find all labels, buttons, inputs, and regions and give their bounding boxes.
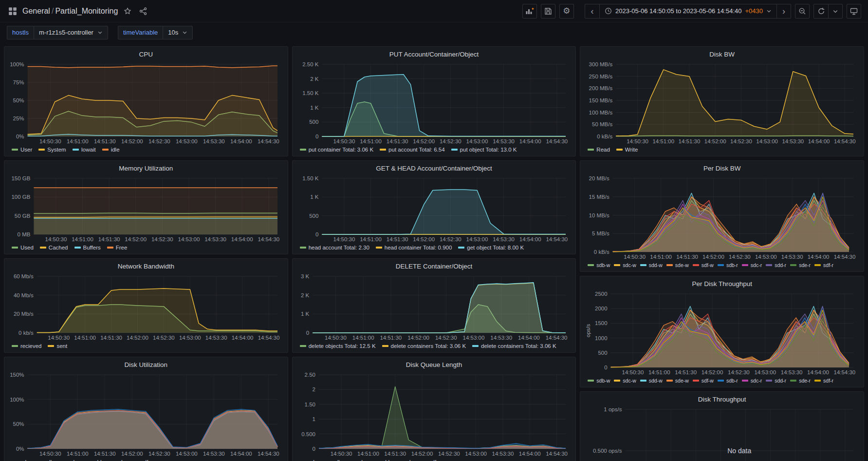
time-shift-forward-button[interactable]: › xyxy=(776,4,791,19)
refresh-interval-dropdown[interactable] xyxy=(828,4,843,19)
legend-item-sdd[interactable]: sdd xyxy=(84,459,102,461)
panel-title-memory-utilization[interactable]: Memory Utilization xyxy=(9,163,283,174)
chart-get-head-account-container-object[interactable]: 05001 K1.50 K14:50:3014:51:0014:51:3014:… xyxy=(297,174,572,243)
panel-title-get-head-account-container-object[interactable]: GET & HEAD Account/Container/Object xyxy=(297,163,572,174)
legend-item-sdd-r[interactable]: sdd-r xyxy=(766,262,786,268)
panel-title-delete-container-object[interactable]: DELETE Container/Object xyxy=(297,261,572,272)
breadcrumb-dashboard[interactable]: Partial_Monitoring xyxy=(55,7,118,16)
chart-delete-container-object[interactable]: 01 K2 K3 K14:50:3014:51:0014:51:3014:52:… xyxy=(297,272,572,342)
legend-item-write[interactable]: Write xyxy=(616,147,638,153)
legend-item-recieved[interactable]: recieved xyxy=(12,343,41,349)
variable-hostls-dropdown[interactable]: m-r1z1s5-controller xyxy=(34,26,108,39)
legend-item-delete-objects[interactable]: delete objects Total: 12.5 K xyxy=(300,343,376,349)
legend-item-sde-r[interactable]: sde-r xyxy=(790,262,811,268)
panel-title-disk-queue-length[interactable]: Disk Queue Length xyxy=(297,360,572,370)
legend-item-sdc[interactable]: sdc xyxy=(348,459,366,461)
panel-title-network-bandwidth[interactable]: Network Bandwidth xyxy=(9,261,283,272)
panel-title-per-disk-bw[interactable]: Per Disk BW xyxy=(585,163,859,174)
legend-item-sda[interactable]: sda xyxy=(12,459,30,461)
legend-item-sdf-w[interactable]: sdf-w xyxy=(693,262,714,268)
legend-item-put-object[interactable]: put object Total: 13.0 K xyxy=(451,147,517,153)
legend-item-sdf[interactable]: sdf xyxy=(132,459,148,461)
legend-item-put-account[interactable]: put account Total: 6.54 xyxy=(380,147,445,153)
legend-item-buffers[interactable]: Buffers xyxy=(74,245,101,250)
panel-title-disk-utilization[interactable]: Disk Utilization xyxy=(9,360,283,370)
refresh-dashboard-button[interactable] xyxy=(813,4,828,19)
legend-item-sdc-r[interactable]: sdc-r xyxy=(742,262,762,268)
legend-cpu: UserSystemIowaitidle xyxy=(9,145,283,154)
legend-item-sdc-w[interactable]: sdc-w xyxy=(614,378,636,384)
legend-item-idle[interactable]: idle xyxy=(102,147,120,153)
panel-title-disk-bw[interactable]: Disk BW xyxy=(585,49,859,60)
legend-item-read[interactable]: Read xyxy=(588,147,610,153)
legend-item-sdb[interactable]: sdb xyxy=(324,459,342,461)
legend-item-delete-containers[interactable]: delete containers Total: 3.06 K xyxy=(472,343,556,349)
legend-item-get-object[interactable]: get object Total: 8.00 K xyxy=(458,245,524,250)
legend-item-sdb[interactable]: sdb xyxy=(36,459,54,461)
legend-item-system[interactable]: System xyxy=(38,147,66,153)
chart-memory-utilization[interactable]: 0 MB50 GB100 GB150 GB14:50:3014:51:0014:… xyxy=(9,174,283,243)
star-dashboard-button[interactable] xyxy=(122,5,133,17)
legend-item-user[interactable]: User xyxy=(12,147,32,153)
legend-item-sda[interactable]: sda xyxy=(300,459,318,461)
legend-item-sdc[interactable]: sdc xyxy=(60,459,77,461)
legend-item-sdf[interactable]: sdf xyxy=(420,459,436,461)
svg-text:50 MB/s: 50 MB/s xyxy=(592,121,612,127)
tv-kiosk-mode-button[interactable] xyxy=(847,4,861,19)
legend-item-head-account[interactable]: head account Total: 2.30 xyxy=(300,245,369,250)
legend-item-iowait[interactable]: Iowait xyxy=(73,147,96,153)
add-panel-button[interactable] xyxy=(522,4,537,19)
legend-item-free[interactable]: Free xyxy=(107,245,128,250)
legend-item-sde[interactable]: sde xyxy=(108,459,126,461)
legend-item-sde-w[interactable]: sde-w xyxy=(666,262,689,268)
legend-item-head-container[interactable]: head container Total: 0.900 xyxy=(376,245,452,250)
chart-disk-queue-length[interactable]: 00.50011.5022.5014:50:3014:51:0014:51:30… xyxy=(297,370,572,458)
chart-disk-bw[interactable]: 0 kB/s50 MB/s100 MB/s150 MB/s200 MB/s250… xyxy=(585,60,859,145)
legend-item-sde[interactable]: sde xyxy=(396,459,414,461)
chart-network-bandwidth[interactable]: 0 kb/s20 Mb/s40 Mb/s60 Mb/s14:50:3014:51… xyxy=(9,272,283,342)
panel-title-disk-throughput[interactable]: Disk Throughput xyxy=(585,394,859,405)
legend-item-sdb-w[interactable]: sdb-w xyxy=(588,262,610,268)
zoom-out-time-button[interactable] xyxy=(795,4,810,19)
legend-item-sdb-r[interactable]: sdb-r xyxy=(718,262,738,268)
legend-item-sdd-w[interactable]: sdd-w xyxy=(640,262,663,268)
legend-item-sdf-w[interactable]: sdf-w xyxy=(693,378,714,384)
time-range-picker[interactable]: 2023-05-06 14:50:05 to 2023-05-06 14:54:… xyxy=(599,4,776,19)
variable-timevariable-label[interactable]: timeVariable xyxy=(118,26,163,39)
legend-item-sdb-w[interactable]: sdb-w xyxy=(588,378,610,384)
legend-item-used[interactable]: Used xyxy=(12,245,34,250)
time-shift-back-button[interactable]: ‹ xyxy=(585,4,599,19)
chart-per-disk-throughput[interactable]: 0500100015002000250014:50:3014:51:0014:5… xyxy=(585,289,859,376)
panel-title-cpu[interactable]: CPU xyxy=(9,49,283,60)
legend-item-sent[interactable]: sent xyxy=(48,343,67,349)
chart-per-disk-bw[interactable]: 0 kB/s5 MB/s10 MB/s15 MB/s20 MB/s14:50:3… xyxy=(585,174,859,261)
legend-item-sde-w[interactable]: sde-w xyxy=(666,378,689,384)
chart-cpu[interactable]: 0%25%50%75%100%14:50:3014:51:0014:51:301… xyxy=(9,60,283,145)
chart-disk-throughput[interactable]: 0 ops/s0.500 ops/s1 ops/s14:50:3014:51:0… xyxy=(585,405,859,461)
share-dashboard-button[interactable] xyxy=(137,5,149,17)
legend-item-put-container[interactable]: put container Total: 3.06 K xyxy=(300,147,373,153)
dashboards-grid-icon[interactable] xyxy=(7,5,18,17)
legend-item-delete-containers[interactable]: delete containers Total: 3.06 K xyxy=(382,343,466,349)
legend-item-sdc-r[interactable]: sdc-r xyxy=(742,378,762,384)
legend-item-sde-r[interactable]: sde-r xyxy=(790,378,811,384)
legend-item-sdb-r[interactable]: sdb-r xyxy=(718,378,738,384)
chart-disk-utilization[interactable]: 0%50%100%150%14:50:3014:51:0014:51:3014:… xyxy=(9,370,283,458)
legend-item-sdd[interactable]: sdd xyxy=(372,459,390,461)
panel-title-put-account-container-object[interactable]: PUT Account/Container/Object xyxy=(297,49,572,60)
save-dashboard-button[interactable] xyxy=(541,4,555,19)
svg-text:14:50:30: 14:50:30 xyxy=(39,451,61,457)
svg-text:0: 0 xyxy=(312,446,315,452)
variable-timevariable-dropdown[interactable]: 10s xyxy=(163,26,193,39)
chart-put-account-container-object[interactable]: 05001 K1.50 K2 K2.50 K14:50:3014:51:0014… xyxy=(297,60,572,145)
legend-item-sdc-w[interactable]: sdc-w xyxy=(614,262,636,268)
panel-title-per-disk-throughput[interactable]: Per Disk Throughput xyxy=(585,279,859,289)
legend-item-sdf-r[interactable]: sdf-r xyxy=(814,378,833,384)
legend-item-cached[interactable]: Cached xyxy=(40,245,68,250)
breadcrumb-folder[interactable]: General xyxy=(22,7,50,16)
dashboard-settings-button[interactable]: ⚙ xyxy=(559,4,574,19)
legend-item-sdd-r[interactable]: sdd-r xyxy=(766,378,786,384)
variable-hostls-label[interactable]: hostls xyxy=(7,26,34,39)
legend-item-sdd-w[interactable]: sdd-w xyxy=(640,378,663,384)
legend-item-sdf-r[interactable]: sdf-r xyxy=(814,262,833,268)
